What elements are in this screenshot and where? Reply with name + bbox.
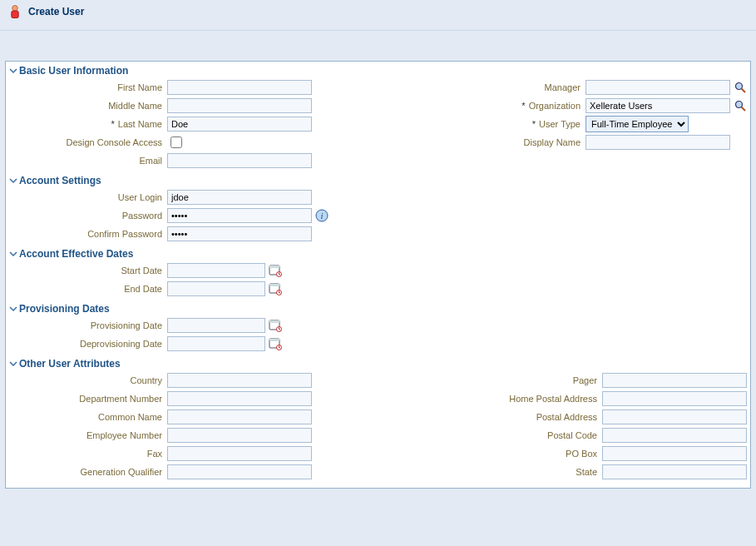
po-box-input[interactable]	[602, 446, 747, 461]
label-fax: Fax	[9, 449, 167, 459]
section-header-provisioning[interactable]: Provisioning Dates	[9, 301, 747, 316]
chevron-down-icon	[9, 305, 17, 313]
form-panel: Basic User Information First Name Middle…	[5, 61, 751, 489]
label-employee-number: Employee Number	[9, 430, 167, 440]
pager-input[interactable]	[602, 373, 747, 388]
calendar-icon[interactable]	[269, 282, 282, 295]
chevron-down-icon	[9, 67, 17, 75]
last-name-input[interactable]	[167, 117, 312, 132]
organization-input[interactable]	[586, 98, 730, 113]
label-deprovisioning-date: Deprovisioning Date	[9, 339, 167, 349]
search-icon[interactable]	[734, 81, 747, 94]
section-header-effective[interactable]: Account Effective Dates	[9, 246, 747, 261]
label-display-name: Display Name	[378, 137, 586, 147]
country-input[interactable]	[167, 373, 312, 388]
svg-point-2	[736, 83, 743, 90]
label-postal-code: Postal Code	[394, 430, 602, 440]
email-input[interactable]	[167, 153, 312, 168]
label-last-name: * Last Name	[9, 119, 167, 129]
home-postal-address-input[interactable]	[602, 391, 747, 406]
chevron-down-icon	[9, 250, 17, 258]
label-end-date: End Date	[9, 284, 167, 294]
section-header-basic[interactable]: Basic User Information	[9, 63, 747, 78]
section-basic: Basic User Information First Name Middle…	[9, 63, 747, 170]
provisioning-date-input[interactable]	[167, 318, 265, 333]
section-title-effective: Account Effective Dates	[19, 248, 133, 260]
label-user-type: * User Type	[378, 119, 586, 129]
svg-line-12	[279, 275, 281, 275]
label-country: Country	[9, 375, 167, 385]
info-icon[interactable]: i	[315, 209, 329, 222]
password-input[interactable]	[167, 208, 312, 223]
chevron-down-icon	[9, 360, 17, 368]
section-effective: Account Effective Dates Start Date End D…	[9, 246, 747, 298]
user-type-select[interactable]: Full-Time Employee	[586, 116, 689, 132]
svg-line-27	[279, 348, 281, 349]
svg-rect-14	[269, 284, 279, 286]
label-postal-address: Postal Address	[394, 412, 602, 422]
svg-text:i: i	[320, 211, 323, 221]
first-name-input[interactable]	[167, 80, 312, 95]
page-title: Create User	[28, 6, 84, 17]
calendar-icon[interactable]	[269, 319, 282, 332]
start-date-input[interactable]	[167, 263, 265, 278]
middle-name-input[interactable]	[167, 98, 312, 113]
manager-input[interactable]	[586, 80, 730, 95]
label-middle-name: Middle Name	[9, 101, 167, 111]
section-header-other[interactable]: Other User Attributes	[9, 356, 747, 371]
search-icon[interactable]	[734, 99, 747, 112]
label-home-postal-address: Home Postal Address	[394, 394, 602, 404]
label-pager: Pager	[394, 375, 602, 385]
label-provisioning-date: Provisioning Date	[9, 320, 167, 330]
label-organization: * Organization	[378, 101, 586, 111]
section-account: Account Settings User Login Password i	[9, 173, 747, 243]
label-po-box: PO Box	[394, 449, 602, 459]
department-number-input[interactable]	[167, 391, 312, 406]
user-icon	[7, 3, 23, 20]
svg-line-22	[279, 330, 281, 330]
calendar-icon[interactable]	[269, 337, 282, 350]
chevron-down-icon	[9, 176, 17, 185]
svg-rect-9	[269, 266, 279, 268]
label-state: State	[394, 467, 602, 477]
label-department-number: Department Number	[9, 394, 167, 404]
label-confirm-password: Confirm Password	[9, 229, 167, 239]
deprovisioning-date-input[interactable]	[167, 336, 265, 351]
confirm-password-input[interactable]	[167, 226, 312, 241]
svg-line-17	[279, 293, 281, 294]
postal-code-input[interactable]	[602, 428, 747, 443]
label-email: Email	[9, 156, 167, 166]
fax-input[interactable]	[167, 446, 312, 461]
label-manager: Manager	[378, 82, 586, 92]
user-login-input[interactable]	[167, 190, 312, 205]
section-title-other: Other User Attributes	[19, 358, 121, 370]
label-first-name: First Name	[9, 82, 167, 92]
svg-rect-24	[269, 339, 279, 341]
section-header-account[interactable]: Account Settings	[9, 173, 747, 188]
svg-line-5	[742, 107, 746, 112]
end-date-input[interactable]	[167, 281, 265, 296]
display-name-input[interactable]	[586, 135, 730, 150]
label-user-login: User Login	[9, 192, 167, 202]
label-generation-qualifier: Generation Qualifier	[9, 467, 167, 477]
label-password: Password	[9, 211, 167, 221]
state-input[interactable]	[602, 464, 747, 479]
section-other: Other User Attributes Country Department…	[9, 356, 747, 481]
generation-qualifier-input[interactable]	[167, 464, 312, 479]
svg-line-3	[742, 89, 746, 93]
common-name-input[interactable]	[167, 410, 312, 424]
label-start-date: Start Date	[9, 266, 167, 275]
svg-rect-19	[269, 320, 279, 323]
label-common-name: Common Name	[9, 412, 167, 422]
section-provisioning: Provisioning Dates Provisioning Date Dep…	[9, 301, 747, 353]
section-title-provisioning: Provisioning Dates	[19, 303, 110, 315]
design-console-checkbox[interactable]	[170, 136, 182, 148]
section-title-basic: Basic User Information	[19, 65, 128, 77]
svg-point-4	[736, 102, 743, 108]
postal-address-input[interactable]	[602, 410, 747, 424]
calendar-icon[interactable]	[269, 264, 282, 277]
svg-point-0	[12, 6, 18, 12]
section-title-account: Account Settings	[19, 175, 101, 186]
page-header: Create User	[0, 0, 756, 31]
employee-number-input[interactable]	[167, 428, 312, 443]
